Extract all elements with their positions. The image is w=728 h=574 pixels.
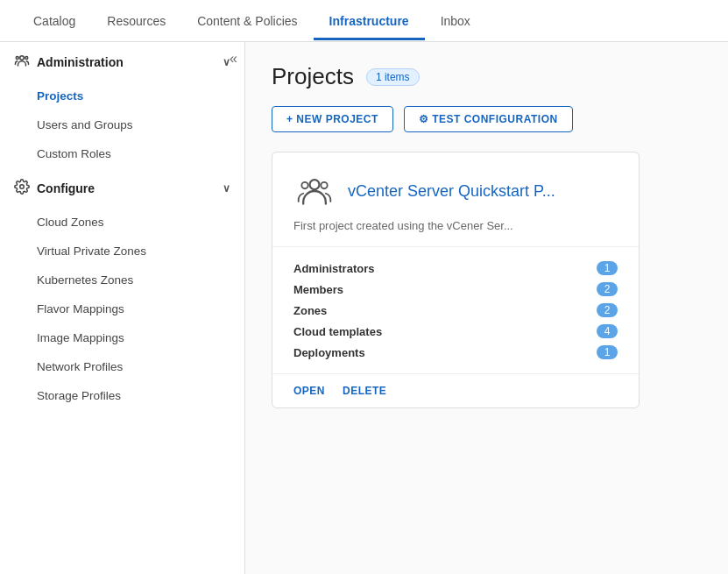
stat-label-cloud-templates: Cloud templates <box>293 325 382 338</box>
svg-point-0 <box>20 56 25 60</box>
nav-infrastructure[interactable]: Infrastructure <box>314 2 425 40</box>
page-title-row: Projects 1 items <box>272 63 702 90</box>
admin-icon <box>14 53 30 71</box>
sidebar-item-cloud-zones[interactable]: Cloud Zones <box>0 208 244 237</box>
svg-point-6 <box>301 182 307 188</box>
sidebar-section-configure[interactable]: Configure ∨ <box>0 168 244 208</box>
stat-row-cloud-templates: Cloud templates 4 <box>293 321 618 342</box>
main-content: Projects 1 items + NEW PROJECT ⚙ TEST CO… <box>245 42 728 574</box>
configure-chevron-icon: ∨ <box>223 182 230 195</box>
svg-point-4 <box>310 180 320 189</box>
sidebar-item-flavor-mappings[interactable]: Flavor Mappings <box>0 294 244 323</box>
svg-point-5 <box>321 182 327 188</box>
nav-resources[interactable]: Resources <box>91 2 181 40</box>
sidebar-item-storage-profiles[interactable]: Storage Profiles <box>0 381 244 410</box>
nav-catalog[interactable]: Catalog <box>18 2 91 40</box>
sidebar-section-administration-label: Administration <box>37 55 124 69</box>
sidebar-section-configure-label: Configure <box>37 181 95 195</box>
administration-items: Projects Users and Groups Custom Roles <box>0 81 244 168</box>
open-button[interactable]: OPEN <box>293 385 325 397</box>
configure-items: Cloud Zones Virtual Private Zones Kubern… <box>0 208 244 410</box>
project-card: vCenter Server Quickstart P... First pro… <box>272 152 640 408</box>
stat-row-zones: Zones 2 <box>293 300 618 321</box>
stat-label-deployments: Deployments <box>293 346 365 359</box>
stat-row-deployments: Deployments 1 <box>293 342 618 363</box>
stat-label-administrators: Administrators <box>293 262 374 275</box>
stat-label-members: Members <box>293 283 343 296</box>
card-header: vCenter Server Quickstart P... <box>293 170 618 212</box>
nav-inbox[interactable]: Inbox <box>425 2 486 40</box>
delete-button[interactable]: DELETE <box>343 385 386 397</box>
configure-icon <box>14 179 30 197</box>
sidebar-item-virtual-private-zones[interactable]: Virtual Private Zones <box>0 237 244 266</box>
sidebar-item-custom-roles[interactable]: Custom Roles <box>0 139 244 168</box>
sidebar-collapse-button[interactable]: « <box>230 51 237 67</box>
new-project-button[interactable]: + NEW PROJECT <box>272 106 393 132</box>
stat-count-deployments: 1 <box>597 345 618 359</box>
stat-count-cloud-templates: 4 <box>597 324 618 338</box>
card-title[interactable]: vCenter Server Quickstart P... <box>348 182 555 201</box>
stat-row-administrators: Administrators 1 <box>293 258 618 279</box>
sidebar-item-projects[interactable]: Projects <box>0 81 244 110</box>
test-configuration-button[interactable]: ⚙ TEST CONFIGURATION <box>404 106 573 132</box>
svg-point-3 <box>20 185 25 189</box>
sidebar-item-network-profiles[interactable]: Network Profiles <box>0 352 244 381</box>
stat-row-members: Members 2 <box>293 279 618 300</box>
main-layout: « Administration ∨ Projects <box>0 42 728 574</box>
stat-count-members: 2 <box>597 282 618 296</box>
stat-count-zones: 2 <box>597 303 618 317</box>
project-icon <box>293 170 336 212</box>
sidebar: « Administration ∨ Projects <box>0 42 245 574</box>
page-title: Projects <box>272 63 354 90</box>
nav-content-policies[interactable]: Content & Policies <box>181 2 313 40</box>
sidebar-item-image-mappings[interactable]: Image Mappings <box>0 323 244 352</box>
card-stats: Administrators 1 Members 2 Zones 2 Cloud… <box>293 247 618 373</box>
sidebar-section-administration[interactable]: Administration ∨ <box>0 42 244 81</box>
items-badge: 1 items <box>366 68 420 86</box>
sidebar-item-kubernetes-zones[interactable]: Kubernetes Zones <box>0 266 244 294</box>
stat-label-zones: Zones <box>293 304 327 317</box>
card-footer: OPEN DELETE <box>272 373 639 407</box>
sidebar-item-users-and-groups[interactable]: Users and Groups <box>0 110 244 139</box>
svg-point-2 <box>16 57 18 60</box>
stat-count-administrators: 1 <box>597 261 618 275</box>
svg-point-1 <box>25 57 28 60</box>
action-bar: + NEW PROJECT ⚙ TEST CONFIGURATION <box>272 106 702 132</box>
top-navigation: Catalog Resources Content & Policies Inf… <box>0 0 728 42</box>
card-description: First project created using the vCener S… <box>293 219 618 232</box>
